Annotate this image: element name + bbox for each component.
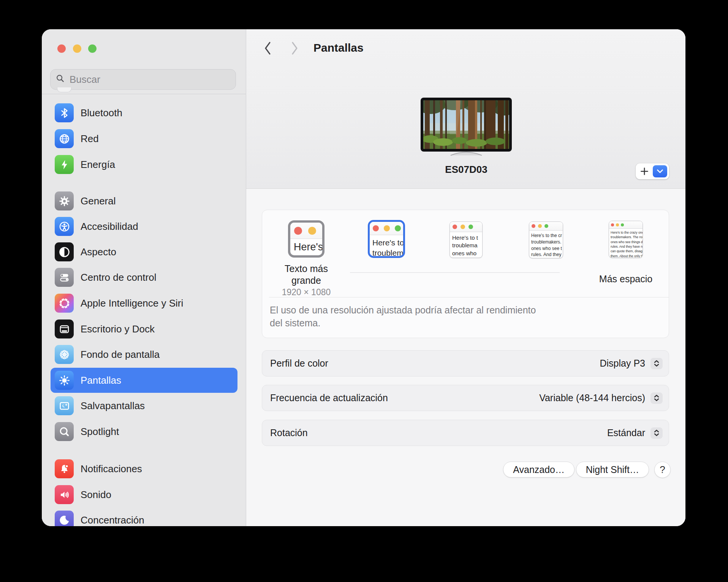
close-window-button[interactable] [57, 44, 66, 53]
sidebar: Buscar Bluetooth Red [42, 29, 246, 526]
resolution-option-3[interactable]: Here's to ttroublemaones who [449, 221, 483, 258]
up-down-chevrons-icon [654, 360, 660, 367]
sidebar-item-sonido[interactable]: Sonido [51, 482, 237, 507]
green-dot-icon [468, 225, 473, 229]
sidebar-item-accesibilidad[interactable]: Accesibilidad [51, 214, 237, 239]
up-down-chevrons-icon [654, 394, 660, 402]
thumbnail-titlebar [370, 222, 403, 235]
sidebar-item-red[interactable]: Red [51, 126, 237, 151]
sidebar-item-fondo-de-pantalla[interactable]: Fondo de pantalla [51, 342, 237, 367]
bell-icon [55, 459, 74, 478]
option-label-texto-mas-grande: Texto más grande [272, 263, 340, 286]
thumbnail-preview-text: Here's totroublem [370, 235, 403, 258]
display-name: ES07D03 [421, 164, 512, 176]
sidebar-item-concentracion[interactable]: Concentración [51, 508, 237, 526]
sidebar-item-label: Centro de control [81, 272, 156, 283]
resolution-card: Here's Here's totroublem Here's to ttrou… [262, 210, 669, 338]
thumbnail-titlebar [609, 221, 643, 229]
refresh-rate-popup-stepper[interactable] [650, 392, 663, 404]
row-label: Rotación [270, 427, 308, 438]
sidebar-item-general[interactable]: General [51, 188, 237, 214]
color-profile-popup-stepper[interactable] [650, 358, 663, 369]
refresh-rate-value[interactable]: Variable (48-144 hercios) [539, 392, 645, 403]
sidebar-item-salvapantallas[interactable]: Salvapantallas [51, 393, 237, 418]
thumbnail-preview-text: Here's to the crazy onetroublemakers. Th… [609, 229, 643, 258]
rotation-value[interactable]: Estándar [607, 427, 645, 438]
forward-button[interactable] [287, 40, 302, 57]
magnifier-icon [55, 422, 74, 441]
minimize-window-button[interactable] [73, 44, 81, 53]
advanced-button[interactable]: Avanzado… [503, 462, 574, 478]
contrast-icon [55, 242, 74, 261]
resolution-option-4[interactable]: Here's to the crtroublemakers.ones who s… [529, 221, 563, 258]
sidebar-item-pantallas[interactable]: Pantallas [51, 368, 237, 393]
help-button[interactable]: ? [654, 462, 671, 478]
rotation-popup-stepper[interactable] [650, 427, 663, 439]
forest-wallpaper-image [423, 100, 509, 149]
row-label: Frecuencia de actualización [270, 392, 388, 403]
resolution-track-line [350, 272, 560, 273]
red-dot-icon [373, 225, 379, 231]
sidebar-item-label: Red [81, 133, 99, 145]
toggles-icon [55, 268, 74, 287]
sidebar-item-label: Escritorio y Dock [81, 323, 155, 335]
yellow-dot-icon [616, 223, 619, 226]
thumbnail-preview-text: Here's to ttroublemaones who [450, 232, 482, 257]
sidebar-item-centro-de-control[interactable]: Centro de control [51, 265, 237, 290]
zoom-window-button[interactable] [88, 44, 97, 53]
add-display-dropdown[interactable] [653, 165, 667, 177]
option-resolution-value: 1920 × 1080 [272, 287, 340, 297]
sidebar-item-label: Pantallas [81, 375, 121, 386]
sidebar-item-label: Apple Intelligence y Siri [81, 297, 183, 309]
thumbnail-titlebar [290, 223, 322, 239]
moon-icon [55, 511, 74, 526]
desktop-dock-icon [55, 319, 74, 338]
sidebar-item-spotlight[interactable]: Spotlight [51, 419, 237, 444]
sidebar-item-apple-intelligence-y-siri[interactable]: Apple Intelligence y Siri [51, 291, 237, 316]
accessibility-icon [55, 217, 74, 236]
sidebar-item-label: Spotlight [81, 426, 119, 438]
yellow-dot-icon [308, 227, 316, 235]
resolution-option-2-selected[interactable]: Here's totroublem [368, 220, 405, 258]
yellow-dot-icon [538, 224, 542, 228]
screenshot-root: Buscar Bluetooth Red [0, 0, 728, 582]
red-dot-icon [532, 224, 535, 228]
color-profile-value[interactable]: Display P3 [600, 358, 646, 369]
back-button[interactable] [260, 40, 275, 57]
search-icon [56, 74, 65, 85]
add-display-button[interactable] [636, 163, 669, 179]
green-dot-icon [621, 223, 624, 226]
gear-icon [55, 191, 74, 210]
apple-intelligence-icon [55, 294, 74, 313]
thumbnail-preview-text: Here's [290, 239, 322, 253]
night-shift-button[interactable]: Night Shift… [576, 462, 649, 478]
refresh-rate-row: Frecuencia de actualización Variable (48… [262, 385, 669, 411]
speaker-icon [55, 485, 74, 504]
sidebar-item-escritorio-y-dock[interactable]: Escritorio y Dock [51, 316, 237, 342]
content-pane: Pantallas [246, 29, 685, 526]
color-profile-row: Perfil de color Display P3 [262, 350, 669, 376]
scrolled-item-sliver [57, 87, 71, 92]
resolution-option-larger-text[interactable]: Here's [288, 220, 324, 258]
red-dot-icon [453, 225, 457, 229]
displays-sun-icon [55, 371, 74, 390]
bolt-icon [55, 155, 74, 174]
display-preview-monitor [421, 98, 512, 152]
plus-icon[interactable] [636, 167, 653, 176]
red-dot-icon [611, 223, 614, 226]
up-down-chevrons-icon [654, 429, 660, 436]
sidebar-item-label: General [81, 195, 116, 207]
sidebar-item-energia[interactable]: Energía [51, 152, 237, 177]
wallpaper-flower-icon [55, 345, 74, 364]
sidebar-item-bluetooth[interactable]: Bluetooth [51, 100, 237, 125]
globe-icon [55, 129, 74, 148]
sidebar-item-notificaciones[interactable]: Notificaciones [51, 456, 237, 481]
resolution-option-more-space[interactable]: Here's to the crazy onetroublemakers. Th… [609, 221, 643, 258]
card-separator [269, 297, 669, 297]
search-input[interactable]: Buscar [50, 69, 236, 90]
green-dot-icon [544, 224, 548, 228]
sidebar-item-aspecto[interactable]: Aspecto [51, 239, 237, 264]
bluetooth-icon [55, 103, 74, 122]
resolution-warning-note: El uso de una resolución ajustada podría… [270, 304, 559, 329]
row-label: Perfil de color [270, 358, 328, 369]
